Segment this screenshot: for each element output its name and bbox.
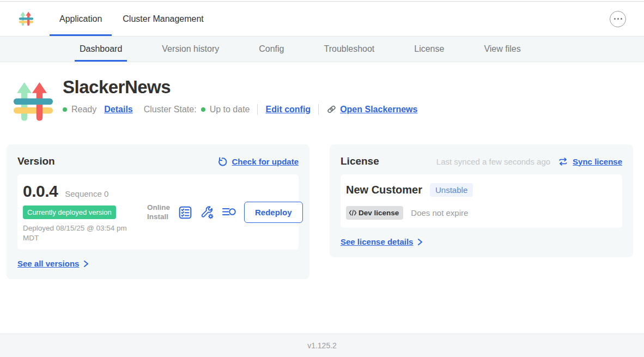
app-status-row: Ready Details Cluster State: Up to date … [63,104,417,115]
subtab-troubleshoot-label: Troubleshoot [324,44,374,54]
chevron-right-icon [417,238,423,246]
view-logs-magnifier-icon[interactable] [222,205,236,220]
overflow-menu-button[interactable] [610,11,626,27]
subtab-version-history-label: Version history [162,44,219,54]
version-sequence: Sequence 0 [65,189,108,198]
license-card: License Last synced a few seconds ago Sy… [330,144,633,257]
edit-config-link[interactable]: Edit config [265,105,311,114]
open-app-link[interactable]: Open Slackernews [340,105,417,114]
version-card-title: Version [17,155,55,167]
tab-cluster-management-label: Cluster Management [123,14,204,24]
license-expiration: Does not expire [411,208,468,217]
license-card-title: License [341,155,379,167]
tab-cluster-management[interactable]: Cluster Management [123,2,204,36]
cluster-state-label: Cluster State: [144,105,197,114]
app-status-dot [63,107,67,112]
status-details-link[interactable]: Details [104,105,132,114]
subtab-version-history[interactable]: Version history [162,37,219,62]
license-last-synced: Last synced a few seconds ago [436,157,550,166]
chevron-right-icon [83,260,89,268]
ellipsis-icon [614,18,622,20]
tab-application-label: Application [59,14,102,24]
top-navbar: Application Cluster Management [0,2,644,37]
subtab-license-label: License [414,44,444,54]
cluster-state-dot [201,107,205,112]
top-tabs: Application Cluster Management [59,2,224,36]
app-subnav: Dashboard Version history Config Trouble… [0,37,644,62]
version-number: 0.0.4 [23,182,58,201]
config-wrench-gear-icon[interactable] [200,205,214,220]
version-card: Version Check for update [7,144,309,279]
deployed-status-badge: Currently deployed version [23,205,116,219]
license-type-badge: Dev license [346,206,403,220]
code-brackets-icon [349,210,357,216]
subtab-view-files[interactable]: View files [484,37,520,62]
subtab-dashboard[interactable]: Dashboard [80,37,122,62]
chain-link-icon [326,104,337,114]
preflight-checklist-icon[interactable] [178,205,192,220]
sync-license-link[interactable]: Sync license [573,157,622,166]
deployed-timestamp: Deployed 08/15/25 @ 03:54 pm MDT [23,223,137,243]
subtab-config-label: Config [259,44,284,54]
dashboard-main: SlackerNews Ready Details Cluster State:… [0,62,644,279]
license-type-label: Dev license [359,209,399,217]
customer-name: New Customer [346,184,422,196]
subtab-license[interactable]: License [414,37,444,62]
refresh-icon [217,156,227,167]
subtab-troubleshoot[interactable]: Troubleshoot [324,37,374,62]
subtab-view-files-label: View files [484,44,520,54]
app-logo-icon [18,9,34,29]
current-version-panel: 0.0.4 Sequence 0 Currently deployed vers… [17,174,299,250]
subtab-dashboard-label: Dashboard [80,44,122,54]
console-footer: v1.125.2 [0,334,644,357]
channel-badge: Unstable [430,183,473,197]
status-divider-2 [318,104,319,115]
tab-application[interactable]: Application [59,2,102,36]
page-title: SlackerNews [63,77,417,98]
redeploy-button[interactable]: Redeploy [244,202,303,223]
app-header: SlackerNews Ready Details Cluster State:… [11,77,644,125]
install-type-label: Online Install [147,203,174,222]
app-logo-large [11,80,56,125]
app-status-text: Ready [71,105,96,114]
cluster-state-text: Up to date [210,105,250,114]
see-all-versions-link[interactable]: See all versions [17,259,79,268]
console-version: v1.125.2 [307,341,337,350]
check-for-update-link[interactable]: Check for update [232,157,299,166]
admin-console: Application Cluster Management Dashboard… [0,0,644,357]
license-panel: New Customer Unstable [341,174,622,228]
status-divider [257,104,258,115]
see-license-details-link[interactable]: See license details [341,237,413,246]
dashboard-cards: Version Check for update [7,144,633,279]
subtab-config[interactable]: Config [259,37,284,62]
sync-arrows-icon [558,157,568,166]
